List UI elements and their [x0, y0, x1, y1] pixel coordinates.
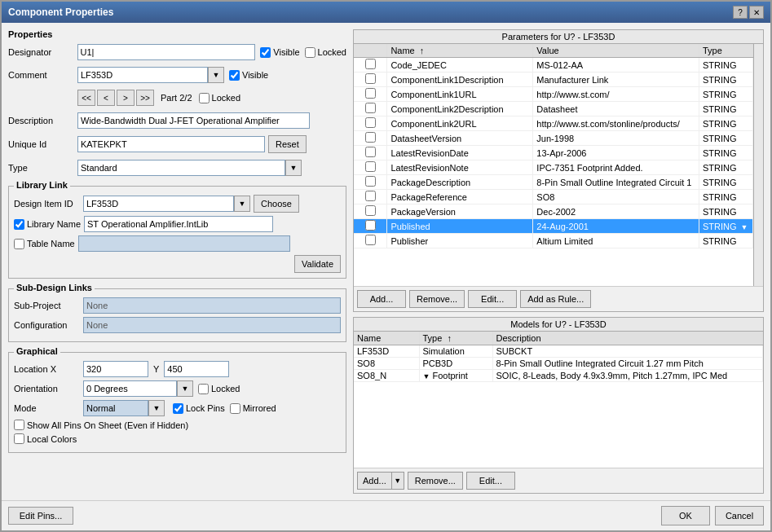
- designator-visible-checkbox[interactable]: Visible: [260, 47, 299, 58]
- params-table-row[interactable]: Published 24-Aug-2001 STRING ▼: [354, 219, 753, 234]
- params-table-row[interactable]: ComponentLink1Description Manufacturer L…: [354, 73, 753, 87]
- comment-visible-checkbox[interactable]: Visible: [229, 70, 268, 81]
- param-visible-checkbox[interactable]: [365, 235, 376, 245]
- params-table-wrapper[interactable]: Name ↑ Value Type Code_JEDEC MS-012-AA S…: [354, 44, 753, 286]
- graphical-group: Graphical Location X Y Orientation ▼: [8, 352, 346, 453]
- param-visible-checkbox[interactable]: [365, 147, 376, 157]
- params-table-row[interactable]: ComponentLink2Description Datasheet STRI…: [354, 102, 753, 117]
- nav-first-btn[interactable]: <<: [77, 90, 95, 106]
- show-all-pins-checkbox[interactable]: Show All Pins On Sheet (Even if Hidden): [14, 420, 188, 430]
- designator-locked-checkbox[interactable]: Locked: [305, 47, 346, 58]
- param-visible-checkbox[interactable]: [365, 205, 376, 216]
- col-header-value[interactable]: Value: [533, 44, 699, 58]
- col-header-type[interactable]: Type: [699, 44, 752, 58]
- comment-dropdown-btn[interactable]: ▼: [208, 67, 224, 83]
- param-visible-checkbox[interactable]: [365, 103, 376, 113]
- table-name-row: Table Name: [14, 235, 341, 252]
- params-table-row[interactable]: Publisher Altium Limited STRING: [354, 234, 753, 248]
- param-visible-checkbox[interactable]: [365, 117, 376, 128]
- unique-id-row: Unique Id Reset: [8, 135, 346, 153]
- param-visible-checkbox[interactable]: [365, 59, 376, 69]
- params-remove-button[interactable]: Remove...: [409, 290, 465, 308]
- close-button[interactable]: ✕: [749, 6, 764, 19]
- edit-pins-button[interactable]: Edit Pins...: [8, 507, 73, 525]
- param-visible-checkbox[interactable]: [365, 73, 376, 84]
- models-add-button[interactable]: Add...: [357, 472, 391, 490]
- location-x-input[interactable]: [83, 361, 148, 377]
- models-col-type[interactable]: Type ↑: [419, 332, 492, 345]
- type-input[interactable]: [77, 160, 285, 176]
- orientation-input[interactable]: [83, 380, 177, 397]
- models-col-desc[interactable]: Description: [492, 332, 763, 345]
- mode-dropdown-btn[interactable]: ▼: [148, 400, 165, 416]
- reset-button[interactable]: Reset: [268, 135, 307, 153]
- validate-button[interactable]: Validate: [294, 255, 341, 273]
- params-table-row[interactable]: PackageDescription 8-Pin Small Outline I…: [354, 175, 753, 190]
- nav-prev-btn[interactable]: <: [97, 90, 115, 106]
- param-visible-checkbox[interactable]: [365, 161, 376, 172]
- params-table-row[interactable]: ComponentLink1URL http://www.st.com/ STR…: [354, 87, 753, 102]
- params-table-row[interactable]: ComponentLink2URL http://www.st.com/ston…: [354, 117, 753, 131]
- location-y-input[interactable]: [164, 361, 229, 377]
- unique-id-input[interactable]: [77, 136, 265, 152]
- params-edit-button[interactable]: Edit...: [468, 290, 517, 308]
- params-scrollbar[interactable]: [753, 44, 763, 286]
- params-add-button[interactable]: Add...: [357, 290, 406, 308]
- param-value: IPC-7351 Footprint Added.: [533, 160, 699, 175]
- params-table-row[interactable]: LatestRevisionNote IPC-7351 Footprint Ad…: [354, 160, 753, 175]
- local-colors-checkbox[interactable]: Local Colors: [14, 433, 77, 444]
- nav-last-btn[interactable]: >>: [136, 90, 154, 106]
- param-value: MS-012-AA: [533, 58, 699, 73]
- models-edit-button[interactable]: Edit...: [466, 472, 515, 490]
- models-table-wrapper[interactable]: Name Type ↑ Description LF353D Simulatio…: [354, 332, 763, 468]
- models-col-name[interactable]: Name: [354, 332, 419, 345]
- type-dropdown-btn[interactable]: ▼: [285, 160, 302, 176]
- ok-button[interactable]: OK: [661, 506, 710, 525]
- table-name-input[interactable]: [78, 235, 290, 252]
- col-header-name[interactable]: Name ↑: [387, 44, 533, 58]
- params-add-as-rule-button[interactable]: Add as Rule...: [520, 290, 591, 308]
- lock-pins-checkbox[interactable]: Lock Pins: [173, 403, 225, 414]
- configuration-row: Configuration: [14, 317, 341, 333]
- configuration-input[interactable]: [83, 317, 341, 333]
- library-name-input[interactable]: [84, 216, 273, 232]
- table-name-checkbox[interactable]: Table Name: [14, 239, 75, 249]
- orientation-dropdown-btn[interactable]: ▼: [177, 380, 193, 397]
- params-table-row[interactable]: LatestRevisionDate 13-Apr-2006 STRING: [354, 146, 753, 160]
- param-visible-checkbox[interactable]: [365, 191, 376, 201]
- param-visible-checkbox[interactable]: [365, 176, 376, 187]
- designator-input[interactable]: [77, 44, 256, 60]
- nav-next-btn[interactable]: >: [117, 90, 135, 106]
- choose-button[interactable]: Choose: [254, 195, 299, 213]
- sub-project-label: Sub-Project: [14, 301, 83, 310]
- params-table-row[interactable]: PackageReference SO8 STRING: [354, 190, 753, 204]
- nav-locked-checkbox[interactable]: Locked: [199, 93, 240, 103]
- library-name-checkbox[interactable]: Library Name: [14, 219, 81, 230]
- models-remove-button[interactable]: Remove...: [408, 472, 463, 490]
- params-table-row[interactable]: Code_JEDEC MS-012-AA STRING: [354, 58, 753, 73]
- models-add-arrow-btn[interactable]: ▼: [391, 472, 404, 490]
- mirrored-checkbox[interactable]: Mirrored: [230, 403, 276, 414]
- design-item-dropdown-btn[interactable]: ▼: [234, 196, 250, 212]
- description-input[interactable]: [77, 112, 310, 129]
- param-type: STRING: [699, 234, 752, 248]
- params-table-row[interactable]: PackageVersion Dec-2002 STRING: [354, 204, 753, 219]
- param-visible-checkbox[interactable]: [365, 88, 376, 99]
- models-table-row[interactable]: SO8_N ▼ Footprint SOIC, 8-Leads, Body 4.…: [354, 369, 763, 381]
- cancel-button[interactable]: Cancel: [715, 506, 764, 525]
- help-button[interactable]: ?: [733, 6, 748, 19]
- model-name: SO8_N: [354, 369, 419, 381]
- mode-input[interactable]: [83, 400, 148, 416]
- params-table-container: Parameters for U? - LF353D Name ↑ Value …: [353, 29, 764, 312]
- models-table-row[interactable]: LF353D Simulation SUBCKT: [354, 345, 763, 357]
- models-table-row[interactable]: SO8 PCB3D 8-Pin Small Outline Integrated…: [354, 357, 763, 369]
- comment-input[interactable]: [77, 67, 208, 83]
- orientation-locked-checkbox[interactable]: Locked: [198, 384, 240, 394]
- param-visible-checkbox[interactable]: [365, 220, 376, 231]
- params-table-row[interactable]: DatasheetVersion Jun-1998 STRING: [354, 131, 753, 146]
- param-type: STRING: [699, 102, 752, 117]
- param-visible-checkbox[interactable]: [365, 132, 376, 143]
- param-type: STRING: [699, 131, 752, 146]
- sub-project-input[interactable]: [83, 297, 341, 314]
- design-item-id-input[interactable]: [83, 196, 234, 212]
